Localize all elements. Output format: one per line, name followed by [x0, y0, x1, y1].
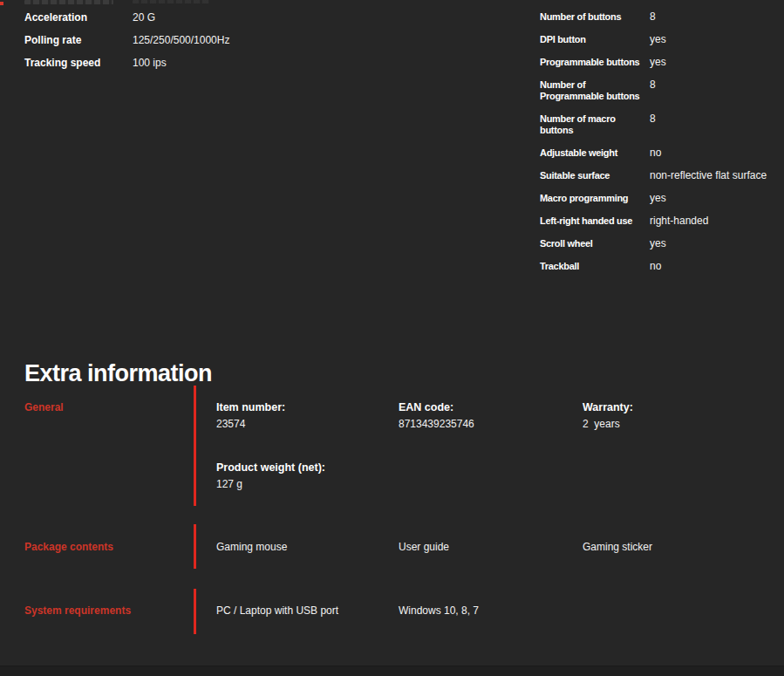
spec-label: Programmable buttons — [540, 57, 650, 68]
spec-value: yes — [650, 57, 666, 68]
product-spec-page: Acceleration 20 G Polling rate 125/250/5… — [0, 0, 784, 676]
spec-row-number-of-macro-buttons: Number of macro buttons 8 — [540, 113, 777, 136]
section-label-system-requirements: System requirements — [24, 605, 186, 617]
field-warranty: Warranty: 2 years — [583, 402, 757, 430]
spec-row-acceleration: Acceleration 20 G — [24, 12, 373, 24]
spec-table-left: Acceleration 20 G Polling rate 125/250/5… — [24, 12, 373, 80]
spec-row-left-right-handed-use: Left-right handed use right-handed — [540, 215, 777, 227]
spec-table-right: Number of buttons 8 DPI button yes Progr… — [540, 11, 777, 283]
cutoff-text-fragment — [24, 0, 113, 4]
field-value: 127 g — [216, 479, 391, 490]
section-label-package-contents: Package contents — [24, 542, 186, 553]
spec-label: Adjustable weight — [540, 147, 650, 159]
section-divider-line — [194, 589, 196, 634]
spec-row-polling-rate: Polling rate 125/250/500/1000Hz — [24, 35, 373, 46]
section-divider-line — [194, 386, 196, 506]
section-label-general: General — [24, 402, 186, 413]
field-label: Item number: — [216, 402, 391, 413]
spec-label: Number of Programmable buttons — [540, 79, 650, 102]
spec-row-adjustable-weight: Adjustable weight no — [540, 147, 777, 159]
system-requirement-item: PC / Laptop with USB port — [216, 605, 391, 617]
spec-value: right-handed — [650, 215, 708, 227]
spec-label: Macro programming — [540, 193, 650, 204]
package-item: Gaming mouse — [216, 542, 391, 553]
spec-value: yes — [650, 193, 666, 204]
field-value: 23574 — [216, 419, 391, 430]
cutoff-text-fragment — [133, 0, 209, 3]
spec-value: no — [650, 261, 661, 272]
field-label: Warranty: — [583, 402, 757, 413]
package-item: Gaming sticker — [583, 542, 757, 553]
spec-label: DPI button — [540, 34, 650, 45]
extra-information-title: Extra information — [24, 358, 212, 388]
field-label: Product weight (net): — [216, 462, 391, 474]
spec-value: 125/250/500/1000Hz — [133, 35, 229, 46]
spec-row-number-of-programmable-buttons: Number of Programmable buttons 8 — [540, 79, 777, 102]
cutoff-red-line-fragment — [0, 2, 3, 5]
spec-row-tracking-speed: Tracking speed 100 ips — [24, 58, 373, 69]
field-label: EAN code: — [399, 402, 573, 413]
spec-row-number-of-buttons: Number of buttons 8 — [540, 11, 777, 23]
spec-value: yes — [650, 34, 666, 45]
spec-value: yes — [650, 238, 666, 249]
field-product-weight: Product weight (net): 127 g — [216, 462, 391, 490]
spec-label: Tracking speed — [24, 58, 133, 69]
spec-row-macro-programming: Macro programming yes — [540, 193, 777, 204]
field-ean-code: EAN code: 8713439235746 — [399, 402, 573, 430]
spec-value: 8 — [650, 113, 656, 125]
spec-label: Left-right handed use — [540, 215, 650, 227]
spec-value: 100 ips — [133, 58, 167, 69]
spec-value: 8 — [650, 11, 656, 23]
spec-label: Suitable surface — [540, 170, 650, 181]
spec-row-scroll-wheel: Scroll wheel yes — [540, 238, 777, 249]
spec-value: no — [650, 147, 661, 159]
spec-label: Number of buttons — [540, 11, 650, 23]
field-value: 2 years — [583, 419, 757, 430]
spec-value: 8 — [650, 79, 656, 91]
spec-label: Polling rate — [24, 35, 133, 46]
system-requirement-item: Windows 10, 8, 7 — [399, 605, 573, 617]
spec-row-suitable-surface: Suitable surface non-reflective flat sur… — [540, 170, 777, 181]
field-item-number: Item number: 23574 — [216, 402, 391, 430]
spec-label: Number of macro buttons — [540, 113, 650, 136]
spec-label: Trackball — [540, 261, 650, 272]
spec-row-dpi-button: DPI button yes — [540, 34, 777, 45]
spec-row-trackball: Trackball no — [540, 261, 777, 272]
spec-value: 20 G — [133, 12, 155, 24]
spec-value: non-reflective flat surface — [650, 170, 767, 181]
footer-strip — [0, 666, 784, 676]
spec-row-programmable-buttons: Programmable buttons yes — [540, 57, 777, 68]
package-item: User guide — [399, 542, 573, 553]
section-divider-line — [194, 524, 196, 569]
spec-label: Scroll wheel — [540, 238, 650, 249]
spec-label: Acceleration — [24, 12, 133, 24]
field-value: 8713439235746 — [399, 419, 573, 430]
